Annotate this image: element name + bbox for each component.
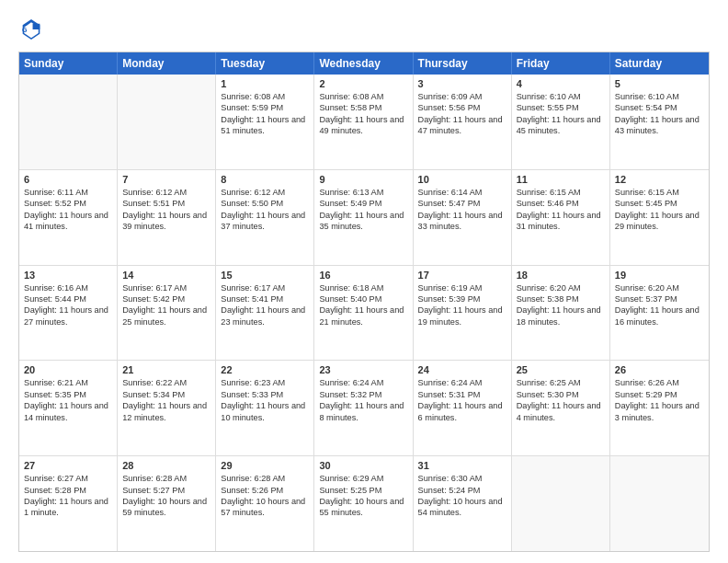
sunrise-text: Sunrise: 6:29 AM [319,473,407,484]
calendar: SundayMondayTuesdayWednesdayThursdayFrid… [18,52,710,552]
calendar-cell: 17Sunrise: 6:19 AMSunset: 5:39 PMDayligh… [414,266,512,361]
calendar-row-3: 13Sunrise: 6:16 AMSunset: 5:44 PMDayligh… [19,265,709,361]
daylight-text: Daylight: 11 hours and 33 minutes. [418,210,506,233]
sunset-text: Sunset: 5:59 PM [221,102,309,113]
calendar-cell: 29Sunrise: 6:28 AMSunset: 5:26 PMDayligh… [216,456,314,551]
calendar-cell: 31Sunrise: 6:30 AMSunset: 5:24 PMDayligh… [414,456,512,551]
daylight-text: Daylight: 11 hours and 14 minutes. [24,400,112,423]
day-number: 20 [24,364,112,375]
calendar-cell [610,456,709,551]
sunset-text: Sunset: 5:29 PM [615,389,704,400]
sunset-text: Sunset: 5:37 PM [615,293,704,304]
daylight-text: Daylight: 10 hours and 57 minutes. [221,496,309,519]
day-number: 9 [319,174,407,185]
daylight-text: Daylight: 11 hours and 23 minutes. [221,304,309,327]
calendar-cell: 21Sunrise: 6:22 AMSunset: 5:34 PMDayligh… [118,361,216,455]
day-header-sunday: Sunday [19,52,118,75]
daylight-text: Daylight: 11 hours and 6 minutes. [418,400,506,423]
sunset-text: Sunset: 5:39 PM [418,293,506,304]
sunrise-text: Sunrise: 6:17 AM [122,282,210,293]
daylight-text: Daylight: 11 hours and 27 minutes. [24,304,112,327]
daylight-text: Daylight: 11 hours and 47 minutes. [418,114,506,137]
sunrise-text: Sunrise: 6:14 AM [418,187,506,198]
sunset-text: Sunset: 5:40 PM [319,293,407,304]
sunset-text: Sunset: 5:44 PM [24,293,112,304]
daylight-text: Daylight: 11 hours and 35 minutes. [319,210,407,233]
calendar-cell: 15Sunrise: 6:17 AMSunset: 5:41 PMDayligh… [216,266,314,361]
sunrise-text: Sunrise: 6:10 AM [615,91,704,102]
calendar-cell: 20Sunrise: 6:21 AMSunset: 5:35 PMDayligh… [19,361,118,455]
daylight-text: Daylight: 11 hours and 1 minute. [24,496,112,519]
calendar-cell: 28Sunrise: 6:28 AMSunset: 5:27 PMDayligh… [118,456,216,551]
sunrise-text: Sunrise: 6:25 AM [517,377,605,388]
daylight-text: Daylight: 11 hours and 29 minutes. [615,210,704,233]
calendar-cell: 26Sunrise: 6:26 AMSunset: 5:29 PMDayligh… [610,361,709,455]
sunrise-text: Sunrise: 6:12 AM [122,187,210,198]
day-number: 19 [615,270,704,281]
daylight-text: Daylight: 11 hours and 8 minutes. [319,400,407,423]
day-header-monday: Monday [118,52,216,75]
sunset-text: Sunset: 5:42 PM [122,293,210,304]
day-number: 26 [615,364,704,375]
day-number: 27 [24,460,112,471]
daylight-text: Daylight: 11 hours and 43 minutes. [615,114,704,137]
calendar-body: 1Sunrise: 6:08 AMSunset: 5:59 PMDaylight… [19,75,709,551]
day-header-wednesday: Wednesday [314,52,413,75]
calendar-cell: 8Sunrise: 6:12 AMSunset: 5:50 PMDaylight… [216,170,314,265]
calendar-cell: 30Sunrise: 6:29 AMSunset: 5:25 PMDayligh… [314,456,413,551]
page-header: G [18,17,710,42]
sunset-text: Sunset: 5:49 PM [319,198,407,209]
day-header-tuesday: Tuesday [216,52,314,75]
sunset-text: Sunset: 5:51 PM [122,198,210,209]
sunset-text: Sunset: 5:35 PM [24,389,112,400]
day-number: 17 [418,270,506,281]
calendar-row-2: 6Sunrise: 6:11 AMSunset: 5:52 PMDaylight… [19,169,709,265]
calendar-cell: 5Sunrise: 6:10 AMSunset: 5:54 PMDaylight… [610,75,709,169]
day-header-saturday: Saturday [610,52,709,75]
day-number: 4 [517,78,605,89]
sunset-text: Sunset: 5:52 PM [24,198,112,209]
calendar-cell: 19Sunrise: 6:20 AMSunset: 5:37 PMDayligh… [610,266,709,361]
sunset-text: Sunset: 5:45 PM [615,198,704,209]
day-number: 15 [221,270,309,281]
sunset-text: Sunset: 5:32 PM [319,389,407,400]
sunset-text: Sunset: 5:46 PM [517,198,605,209]
day-number: 23 [319,364,407,375]
sunrise-text: Sunrise: 6:26 AM [615,377,704,388]
daylight-text: Daylight: 11 hours and 12 minutes. [122,400,210,423]
sunrise-text: Sunrise: 6:21 AM [24,377,112,388]
sunrise-text: Sunrise: 6:28 AM [221,473,309,484]
sunrise-text: Sunrise: 6:08 AM [319,91,407,102]
calendar-cell: 23Sunrise: 6:24 AMSunset: 5:32 PMDayligh… [314,361,413,455]
day-number: 10 [418,174,506,185]
sunset-text: Sunset: 5:28 PM [24,485,112,496]
calendar-cell [512,456,610,551]
daylight-text: Daylight: 11 hours and 19 minutes. [418,304,506,327]
sunrise-text: Sunrise: 6:24 AM [418,377,506,388]
day-number: 6 [24,174,112,185]
daylight-text: Daylight: 10 hours and 59 minutes. [122,496,210,519]
sunrise-text: Sunrise: 6:19 AM [418,282,506,293]
day-number: 8 [221,174,309,185]
day-number: 25 [517,364,605,375]
day-number: 3 [418,78,506,89]
sunset-text: Sunset: 5:47 PM [418,198,506,209]
sunrise-text: Sunrise: 6:20 AM [517,282,605,293]
sunrise-text: Sunrise: 6:15 AM [615,187,704,198]
sunrise-text: Sunrise: 6:11 AM [24,187,112,198]
sunrise-text: Sunrise: 6:10 AM [517,91,605,102]
daylight-text: Daylight: 11 hours and 10 minutes. [221,400,309,423]
sunrise-text: Sunrise: 6:09 AM [418,91,506,102]
calendar-cell: 25Sunrise: 6:25 AMSunset: 5:30 PMDayligh… [512,361,610,455]
calendar-cell: 27Sunrise: 6:27 AMSunset: 5:28 PMDayligh… [19,456,118,551]
sunrise-text: Sunrise: 6:08 AM [221,91,309,102]
calendar-cell: 6Sunrise: 6:11 AMSunset: 5:52 PMDaylight… [19,170,118,265]
sunrise-text: Sunrise: 6:15 AM [517,187,605,198]
day-number: 7 [122,174,210,185]
calendar-cell: 1Sunrise: 6:08 AMSunset: 5:59 PMDaylight… [216,75,314,169]
sunrise-text: Sunrise: 6:23 AM [221,377,309,388]
sunset-text: Sunset: 5:30 PM [517,389,605,400]
sunset-text: Sunset: 5:26 PM [221,485,309,496]
sunrise-text: Sunrise: 6:16 AM [24,282,112,293]
calendar-cell: 13Sunrise: 6:16 AMSunset: 5:44 PMDayligh… [19,266,118,361]
